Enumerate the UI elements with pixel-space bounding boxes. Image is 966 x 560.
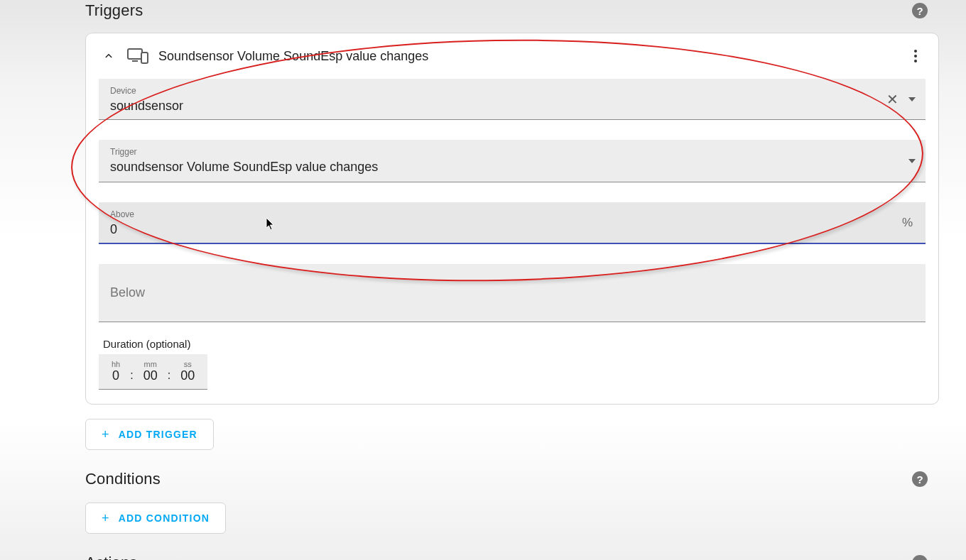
add-trigger-button[interactable]: + ADD TRIGGER xyxy=(85,419,214,450)
dropdown-icon[interactable] xyxy=(908,159,916,163)
below-label: Below xyxy=(110,280,914,306)
ss-label: ss xyxy=(180,360,195,368)
svg-rect-2 xyxy=(141,53,148,63)
kebab-menu-icon[interactable] xyxy=(907,48,924,65)
hh-value[interactable]: 0 xyxy=(112,368,120,383)
hh-label: hh xyxy=(112,360,120,368)
svg-rect-1 xyxy=(132,60,138,62)
above-suffix: % xyxy=(902,216,913,230)
trigger-card: Soundsensor Volume SoundEsp value change… xyxy=(85,33,939,405)
ss-value[interactable]: 00 xyxy=(180,368,195,383)
actions-heading: Actions xyxy=(85,554,138,560)
trigger-label: Trigger xyxy=(110,147,914,157)
duration-label: Duration (optional) xyxy=(103,338,926,350)
device-icon xyxy=(127,48,148,64)
help-icon[interactable]: ? xyxy=(912,555,928,560)
device-label: Device xyxy=(110,86,914,96)
above-label: Above xyxy=(110,209,914,219)
plus-icon: + xyxy=(102,428,110,441)
clear-icon[interactable]: ✕ xyxy=(886,92,899,106)
trigger-value: soundsensor Volume SoundEsp value change… xyxy=(110,157,914,176)
help-icon[interactable]: ? xyxy=(912,3,928,18)
device-field[interactable]: Device ✕ xyxy=(99,79,926,120)
above-field[interactable]: Above % xyxy=(99,202,926,244)
add-condition-button[interactable]: + ADD CONDITION xyxy=(85,503,226,534)
device-input[interactable] xyxy=(110,96,914,114)
conditions-heading: Conditions xyxy=(85,470,161,488)
plus-icon: + xyxy=(102,512,110,525)
trigger-field[interactable]: Trigger soundsensor Volume SoundEsp valu… xyxy=(99,140,926,182)
collapse-icon[interactable] xyxy=(100,48,117,65)
trigger-title: Soundsensor Volume SoundEsp value change… xyxy=(158,49,897,64)
help-icon[interactable]: ? xyxy=(912,471,928,487)
mm-value[interactable]: 00 xyxy=(143,368,158,383)
above-input[interactable] xyxy=(110,219,914,237)
add-condition-label: ADD CONDITION xyxy=(119,512,210,524)
mm-label: mm xyxy=(143,360,158,368)
dropdown-icon[interactable] xyxy=(908,97,916,101)
triggers-heading: Triggers xyxy=(85,1,143,20)
add-trigger-label: ADD TRIGGER xyxy=(119,429,197,440)
below-field[interactable]: Below xyxy=(99,264,926,322)
svg-rect-0 xyxy=(128,49,142,59)
duration-input[interactable]: hh 0 : mm 00 : ss 00 xyxy=(99,354,207,390)
